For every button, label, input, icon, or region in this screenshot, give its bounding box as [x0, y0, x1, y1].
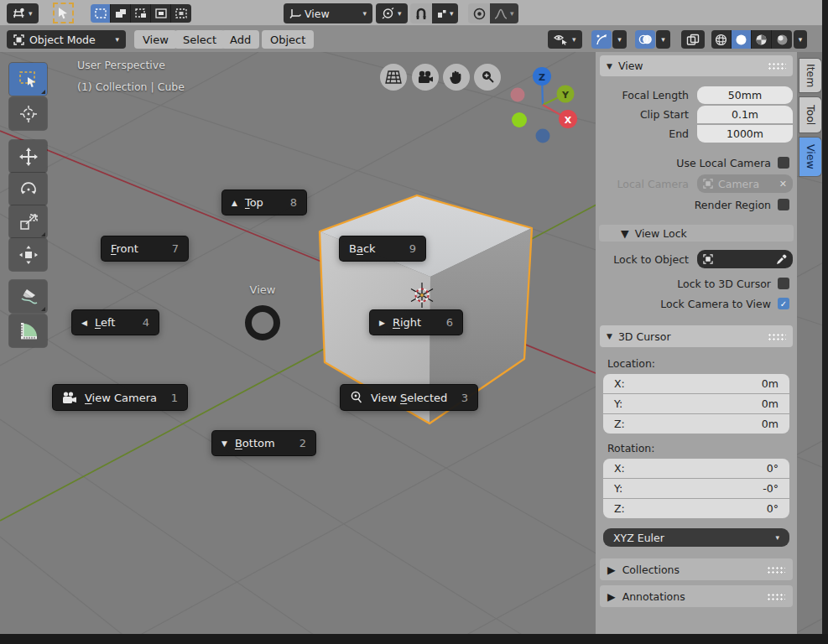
eyedropper-icon[interactable]: [776, 254, 787, 265]
select-mode-invert[interactable]: [151, 4, 171, 23]
shading-rendered[interactable]: [772, 30, 792, 49]
location-x-field[interactable]: X:0m: [603, 374, 789, 393]
sidebar-tab-view[interactable]: View: [799, 138, 821, 176]
menu-view[interactable]: View: [134, 30, 177, 49]
shading-material-preview[interactable]: [752, 30, 772, 49]
pie-item-back[interactable]: Back 9: [339, 236, 426, 262]
zoom-view-button[interactable]: [474, 64, 501, 91]
sidebar-tab-item[interactable]: Item: [799, 59, 821, 92]
viewport-editor-icon: [13, 8, 25, 19]
location-y-field[interactable]: Y:0m: [603, 394, 789, 413]
show-overlays-toggle[interactable]: [635, 30, 655, 49]
panel-grip-icon[interactable]: [767, 566, 785, 574]
select-mode-subtract[interactable]: [131, 4, 151, 23]
wireframe-sphere-icon: [715, 34, 727, 46]
select-mode-intersect[interactable]: [171, 4, 191, 23]
tool-rotate[interactable]: [9, 173, 47, 205]
toggle-grid-button[interactable]: [380, 64, 407, 91]
show-gizmo-toggle[interactable]: [591, 30, 612, 49]
panel-grip-icon[interactable]: [768, 62, 786, 70]
pie-item-right[interactable]: ▶ Right 6: [369, 309, 463, 335]
panel-header-view[interactable]: ▼ View: [600, 55, 793, 76]
pie-item-bottom[interactable]: ▼ Bottom 2: [211, 430, 316, 456]
chevron-down-icon: ▾: [450, 10, 454, 18]
active-tool-indicator[interactable]: [53, 3, 74, 23]
chevron-down-icon: ▾: [115, 36, 119, 44]
local-camera-field[interactable]: Camera ✕: [697, 174, 793, 193]
snap-settings-dropdown[interactable]: ▾: [432, 3, 458, 23]
pie-item-hotkey-number: 4: [143, 316, 149, 329]
pan-view-button[interactable]: [443, 64, 470, 91]
select-mode-extend[interactable]: [111, 4, 131, 23]
select-mode-set[interactable]: [91, 4, 111, 23]
rotation-order-dropdown[interactable]: XYZ Euler ▾: [603, 528, 789, 547]
tool-move[interactable]: [9, 140, 47, 173]
rotation-z-field[interactable]: Z:0°: [603, 499, 789, 518]
panel-grip-icon[interactable]: [768, 333, 786, 340]
lock-camera-checkbox[interactable]: ✓: [778, 298, 789, 309]
camera-view-button[interactable]: [412, 64, 439, 91]
tool-scale[interactable]: [9, 205, 47, 238]
overlays-settings-dropdown[interactable]: ▾: [656, 30, 670, 49]
use-local-camera-checkbox[interactable]: [778, 157, 789, 169]
lock-3d-cursor-checkbox[interactable]: [778, 278, 789, 289]
panel-title: 3D Cursor: [618, 330, 671, 343]
render-region-checkbox[interactable]: [778, 199, 789, 210]
clip-end-field[interactable]: 1000m: [697, 125, 793, 143]
panel-header-3d-cursor[interactable]: ▼ 3D Cursor: [600, 325, 793, 347]
falloff-curve-icon: [494, 8, 508, 19]
focal-length-field[interactable]: 50mm: [697, 86, 793, 104]
location-z-field[interactable]: Z:0m: [603, 414, 789, 434]
sidebar-tab-tool[interactable]: Tool: [799, 97, 821, 132]
subpanel-header-view-lock[interactable]: ▼ View Lock: [599, 225, 794, 242]
pie-item-view-selected[interactable]: View Selected 3: [340, 384, 478, 411]
panel-grip-icon[interactable]: [767, 593, 785, 600]
lock-to-object-field[interactable]: [697, 250, 793, 268]
n-panel-sidebar: ▼ View Focal Length 50mm Clip Start 0.1m…: [596, 52, 797, 634]
menu-add[interactable]: Add: [221, 30, 259, 49]
subpanel-title: View Lock: [635, 227, 687, 240]
xray-toggle[interactable]: [681, 30, 705, 49]
transform-orientation-dropdown[interactable]: View ▾: [284, 3, 372, 23]
gizmo-neg-z-ball: [536, 129, 550, 143]
xray-icon: [686, 34, 700, 46]
navigation-gizmo[interactable]: Z Y X: [503, 63, 587, 147]
tool-transform[interactable]: [9, 238, 47, 271]
solid-sphere-icon: [735, 34, 747, 46]
panel-header-annotations[interactable]: ▶ Annotations: [600, 585, 793, 607]
pie-item-label: Bottom: [235, 437, 275, 449]
editor-type-dropdown[interactable]: ▾: [7, 3, 39, 23]
panel-title: View: [618, 60, 643, 72]
rotation-x-field[interactable]: X:0°: [603, 459, 789, 478]
snap-toggle-button[interactable]: [410, 3, 432, 23]
clip-start-row: Clip Start 0.1m: [600, 106, 793, 123]
pie-menu-center-ring[interactable]: [245, 305, 280, 340]
lock-to-object-row: Lock to Object: [600, 250, 793, 268]
render-region-label: Render Region: [695, 199, 771, 211]
transform-tool-icon: [19, 246, 38, 264]
pie-item-front[interactable]: Front 7: [101, 236, 189, 262]
menu-select[interactable]: Select: [174, 30, 225, 49]
visibility-dropdown[interactable]: ▾: [548, 30, 582, 49]
clear-object-icon[interactable]: ✕: [779, 179, 787, 190]
panel-header-collections[interactable]: ▶ Collections: [600, 558, 793, 580]
pie-item-left[interactable]: ◀ Left 4: [71, 309, 159, 335]
gizmo-settings-dropdown[interactable]: ▾: [612, 30, 627, 49]
proportional-falloff-dropdown[interactable]: ▾: [490, 3, 518, 23]
shading-settings-dropdown[interactable]: ▾: [794, 30, 807, 49]
shading-wireframe[interactable]: [711, 30, 732, 49]
shading-solid[interactable]: [732, 30, 752, 49]
tool-select-box[interactable]: [9, 63, 47, 96]
pivot-point-dropdown[interactable]: ▾: [376, 3, 408, 23]
menu-object[interactable]: Object: [262, 30, 314, 49]
tool-measure[interactable]: [9, 314, 47, 347]
pie-item-top[interactable]: ▲ Top 8: [221, 190, 307, 216]
tool-cursor[interactable]: [9, 97, 47, 130]
tool-annotate[interactable]: [9, 280, 47, 313]
pie-item-view-camera[interactable]: View Camera 1: [52, 384, 188, 411]
proportional-edit-button[interactable]: [468, 3, 490, 23]
object-mode-dropdown[interactable]: Object Mode ▾: [7, 30, 126, 49]
rotation-y-field[interactable]: Y:-0°: [603, 479, 789, 498]
clip-start-field[interactable]: 0.1m: [697, 106, 793, 123]
select-extend-icon: [115, 8, 127, 18]
